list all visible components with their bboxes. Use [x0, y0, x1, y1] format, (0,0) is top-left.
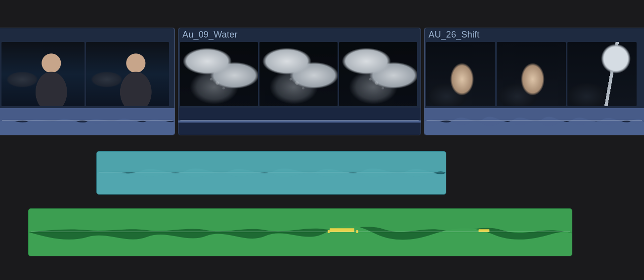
filmstrip: [0, 42, 174, 108]
volume-line[interactable]: [31, 232, 570, 232]
thumbnail-frame: [180, 42, 258, 106]
thumbnail-frame: [339, 42, 417, 106]
clip-audio-waveform[interactable]: [178, 108, 421, 135]
thumbnail-frame: [426, 42, 495, 106]
volume-line[interactable]: [99, 172, 444, 172]
audio-clip-rain[interactable]: Rain 1: [96, 151, 446, 195]
video-clip[interactable]: AU_26_Shift: [424, 28, 644, 135]
primary-storyline[interactable]: Au_09_Water AU_26_Shift: [0, 28, 644, 135]
video-clip[interactable]: Au_09_Water: [178, 28, 421, 135]
waveform-icon: [0, 108, 174, 135]
audio-clip-vista[interactable]: Vista: [28, 208, 572, 256]
clip-label: Au_09_Water: [182, 30, 238, 40]
video-clip[interactable]: [0, 28, 175, 135]
waveform-icon: [178, 108, 421, 135]
waveform-icon: [97, 152, 446, 194]
timeline[interactable]: Au_09_Water AU_26_Shift: [0, 0, 644, 280]
thumbnail-frame: [497, 42, 566, 106]
waveform-icon: [425, 108, 644, 135]
volume-line[interactable]: [427, 120, 642, 120]
thumbnail-frame: [1, 42, 85, 106]
volume-line[interactable]: [2, 120, 172, 120]
waveform-icon: [29, 209, 572, 256]
filmstrip: [178, 42, 421, 108]
thumbnail-frame: [86, 42, 169, 106]
clip-audio-waveform[interactable]: [0, 108, 174, 135]
filmstrip: [425, 42, 644, 108]
clip-audio-waveform[interactable]: [425, 108, 644, 135]
volume-line[interactable]: [180, 120, 419, 120]
clip-label: AU_26_Shift: [429, 30, 479, 40]
thumbnail-frame: [259, 42, 338, 106]
thumbnail-frame: [567, 42, 637, 106]
